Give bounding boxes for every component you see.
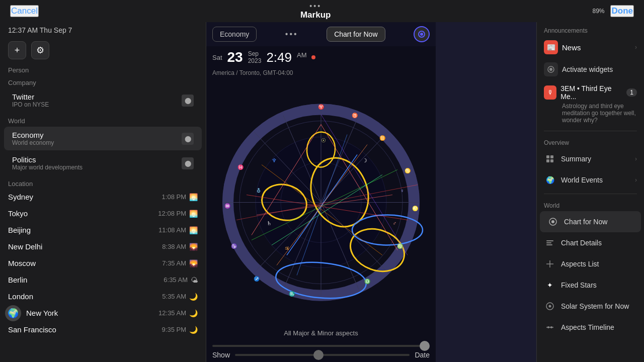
aspects-list-label: Aspects List — [561, 260, 599, 268]
location-beijing[interactable]: Beijing 11:08 AM 🌅 — [0, 222, 206, 238]
chart-for-now-item[interactable]: Chart for Now — [540, 211, 641, 232]
tokyo-icon: 🌅 — [189, 210, 198, 218]
activate-widgets-label: Activate widgets — [562, 65, 613, 73]
politics-sub: Major world developments — [12, 164, 83, 171]
world-politics-item[interactable]: Politics Major world developments ⬤ — [4, 151, 202, 175]
svg-text:♑: ♑ — [231, 243, 237, 249]
podcast-row[interactable]: 🎙 3EM • Third Eye Me... 1 Astrology and … — [537, 80, 644, 128]
fixed-stars-item[interactable]: ✦ Fixed Stars — [537, 275, 644, 296]
chart-svg-area[interactable]: ♈ ♉ ♊ ♋ ♌ ♍ ♎ ♏ ♐ ♑ ♒ ♓ ☉ ☽ ♀ ♂ ♃ ♄ ⛢ ♆ … — [206, 78, 436, 326]
location-sanfrancisco[interactable]: San Francisco 9:35 PM 🌙 — [0, 321, 206, 338]
svg-text:♋: ♋ — [405, 167, 411, 174]
activate-widgets-row[interactable]: Activate widgets — [537, 58, 644, 80]
news-row[interactable]: 📰 News › — [537, 36, 644, 58]
show-date-row: Show Date — [212, 351, 430, 359]
person-label: Person — [0, 62, 206, 75]
location-newyork[interactable]: 🌍 New York 12:35 AM 🌙 — [0, 305, 206, 321]
moscow-time: 7:35 AM 🌄 — [162, 259, 198, 267]
chart-for-now-button[interactable]: Chart for Now — [327, 27, 385, 42]
svg-text:♉: ♉ — [352, 112, 358, 119]
moscow-name: Moscow — [8, 259, 36, 267]
aspects-list-item[interactable]: Aspects List — [537, 253, 644, 275]
chart-details-item[interactable]: Chart Details — [537, 232, 644, 253]
economy-button[interactable]: Economy — [212, 27, 257, 42]
show-slider-thumb[interactable] — [313, 350, 324, 360]
svg-text:⛢: ⛢ — [257, 188, 261, 194]
location-display: America / Toronto, GMT-04:00 — [206, 68, 436, 78]
podcast-title: 3EM • Third Eye Me... — [560, 84, 622, 101]
battery-status: 89% — [592, 8, 604, 15]
location-label: Location — [0, 176, 206, 189]
svg-text:♊: ♊ — [379, 135, 386, 141]
year: 2023 — [248, 57, 262, 64]
politics-name: Politics — [12, 155, 83, 164]
month: Sep — [248, 50, 262, 57]
globe-icon: 🌍 — [5, 305, 21, 321]
svg-text:♀: ♀ — [400, 188, 404, 194]
svg-text:♓: ♓ — [237, 164, 244, 170]
center-dots: ••• — [285, 30, 298, 39]
location-london[interactable]: London 5:35 AM 🌙 — [0, 288, 206, 305]
world-economy-item[interactable]: Economy World economy ⬤ — [4, 127, 202, 150]
chart-for-now-label: Chart for Now — [564, 218, 607, 226]
world-events-label: World Events — [561, 176, 603, 184]
company-twitter[interactable]: Twitter IPO on NYSE ⬤ — [4, 88, 202, 112]
berlin-time: 6:35 AM 🌤 — [164, 276, 198, 284]
solar-system-item[interactable]: Solar System for Now — [537, 296, 644, 317]
company-name: Twitter — [12, 93, 49, 101]
svg-text:♂: ♂ — [392, 220, 396, 226]
top-dots: ••• — [309, 2, 321, 10]
svg-point-69 — [549, 305, 551, 308]
done-button[interactable]: Done — [610, 5, 634, 17]
news-arrow: › — [635, 44, 637, 51]
radio-icon-button[interactable] — [414, 26, 430, 42]
chart-details-icon — [544, 237, 556, 249]
chart-label: All Major & Minor aspects — [206, 326, 436, 340]
show-label: Show — [212, 351, 230, 359]
add-button[interactable]: + — [8, 41, 26, 59]
location-newdelhi[interactable]: New Delhi 8:38 AM 🌄 — [0, 238, 206, 255]
podcast-desc: Astrology and third eye meditation go to… — [544, 103, 637, 124]
date-label: Date — [415, 351, 430, 359]
chart-for-now-icon — [547, 216, 559, 228]
aspects-timeline-label: Aspects Timeline — [561, 323, 614, 331]
settings-button[interactable]: ⚙ — [31, 41, 49, 59]
location-tokyo[interactable]: Tokyo 12:08 PM 🌅 — [0, 205, 206, 222]
ampm: AM — [297, 49, 307, 59]
svg-text:♏: ♏ — [289, 291, 295, 297]
world-events-item[interactable]: 🌍 World Events › — [537, 169, 644, 191]
cancel-button[interactable]: Cancel — [10, 5, 39, 17]
position-slider-thumb[interactable] — [420, 341, 430, 351]
svg-text:♒: ♒ — [224, 203, 231, 209]
svg-text:♌: ♌ — [412, 205, 419, 212]
date-num: 23 — [227, 49, 243, 65]
moscow-icon: 🌄 — [189, 259, 198, 267]
location-sydney[interactable]: Sydney 1:08 PM 🌅 — [0, 189, 206, 205]
top-bar: Cancel ••• Markup 89% Done — [0, 0, 644, 22]
svg-point-71 — [547, 326, 549, 328]
podcast-icon: 🎙 — [544, 85, 556, 100]
politics-icon: ⬤ — [182, 157, 194, 169]
sidebar-actions: + ⚙ — [0, 38, 206, 62]
newyork-icon: 🌙 — [189, 309, 198, 317]
svg-text:☽: ☽ — [362, 157, 367, 163]
svg-point-62 — [551, 220, 554, 223]
svg-rect-58 — [550, 155, 553, 158]
chart-details-label: Chart Details — [561, 239, 602, 247]
month-year: Sep 2023 — [248, 50, 262, 64]
aspects-timeline-item[interactable]: Aspects Timeline — [537, 317, 644, 338]
news-icon: 📰 — [544, 40, 558, 54]
location-moscow[interactable]: Moscow 7:35 AM 🌄 — [0, 255, 206, 272]
beijing-name: Beijing — [8, 226, 31, 234]
announcements-label: Announcements — [537, 22, 644, 36]
svg-text:☉: ☉ — [321, 137, 326, 143]
location-berlin[interactable]: Berlin 6:35 AM 🌤 — [0, 272, 206, 288]
world-section-label: World — [537, 197, 644, 211]
aspects-timeline-icon — [544, 321, 556, 333]
chart-bottom: Show Date — [206, 340, 436, 362]
svg-point-56 — [549, 68, 552, 71]
summary-item[interactable]: Summary › — [537, 148, 644, 169]
title-area: ••• Markup — [300, 2, 331, 20]
svg-text:♃: ♃ — [284, 245, 289, 251]
right-sidebar: Announcements 📰 News › Activate widgets … — [536, 22, 644, 362]
